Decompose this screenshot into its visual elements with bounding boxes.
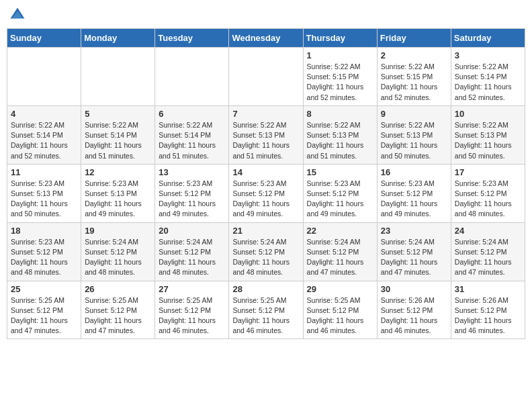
calendar-cell: 5Sunrise: 5:22 AM Sunset: 5:14 PM Daylig… (81, 105, 155, 164)
calendar-cell: 19Sunrise: 5:24 AM Sunset: 5:12 PM Dayli… (81, 222, 155, 281)
day-info: Sunrise: 5:22 AM Sunset: 5:14 PM Dayligh… (455, 62, 521, 103)
day-number: 23 (381, 226, 447, 236)
day-number: 13 (159, 167, 225, 177)
week-row-4: 18Sunrise: 5:23 AM Sunset: 5:12 PM Dayli… (7, 222, 525, 281)
header-wednesday: Wednesday (229, 29, 303, 48)
day-number: 10 (455, 109, 521, 119)
calendar-cell: 7Sunrise: 5:22 AM Sunset: 5:13 PM Daylig… (229, 105, 303, 164)
calendar-cell: 12Sunrise: 5:23 AM Sunset: 5:13 PM Dayli… (81, 164, 155, 222)
day-info: Sunrise: 5:25 AM Sunset: 5:12 PM Dayligh… (232, 295, 299, 336)
day-number: 24 (455, 226, 521, 236)
day-info: Sunrise: 5:26 AM Sunset: 5:12 PM Dayligh… (455, 295, 521, 336)
calendar-cell (229, 48, 303, 106)
day-info: Sunrise: 5:23 AM Sunset: 5:13 PM Dayligh… (11, 179, 77, 220)
calendar: SundayMondayTuesdayWednesdayThursdayFrid… (7, 28, 525, 339)
day-info: Sunrise: 5:23 AM Sunset: 5:12 PM Dayligh… (307, 179, 373, 220)
calendar-cell: 10Sunrise: 5:22 AM Sunset: 5:13 PM Dayli… (451, 105, 525, 164)
day-info: Sunrise: 5:22 AM Sunset: 5:13 PM Dayligh… (232, 120, 299, 161)
calendar-cell (7, 48, 81, 106)
calendar-cell: 17Sunrise: 5:23 AM Sunset: 5:12 PM Dayli… (451, 164, 525, 222)
day-number: 17 (455, 167, 521, 177)
day-number: 9 (381, 109, 447, 119)
calendar-cell: 21Sunrise: 5:24 AM Sunset: 5:12 PM Dayli… (229, 222, 303, 281)
day-number: 27 (159, 284, 225, 294)
header (7, 7, 525, 23)
calendar-cell: 4Sunrise: 5:22 AM Sunset: 5:14 PM Daylig… (7, 105, 81, 164)
day-number: 26 (85, 284, 151, 294)
day-number: 7 (232, 109, 299, 119)
day-info: Sunrise: 5:24 AM Sunset: 5:12 PM Dayligh… (159, 237, 225, 278)
calendar-cell: 25Sunrise: 5:25 AM Sunset: 5:12 PM Dayli… (7, 281, 81, 339)
day-number: 25 (11, 284, 77, 294)
calendar-cell: 14Sunrise: 5:23 AM Sunset: 5:12 PM Dayli… (229, 164, 303, 222)
day-number: 4 (11, 109, 77, 119)
day-number: 5 (85, 109, 151, 119)
week-row-1: 1Sunrise: 5:22 AM Sunset: 5:15 PM Daylig… (7, 48, 525, 106)
day-info: Sunrise: 5:22 AM Sunset: 5:13 PM Dayligh… (455, 120, 521, 161)
day-number: 16 (381, 167, 447, 177)
day-info: Sunrise: 5:22 AM Sunset: 5:14 PM Dayligh… (85, 120, 151, 161)
day-info: Sunrise: 5:24 AM Sunset: 5:12 PM Dayligh… (307, 237, 373, 278)
day-number: 18 (11, 226, 77, 236)
calendar-cell: 26Sunrise: 5:25 AM Sunset: 5:12 PM Dayli… (81, 281, 155, 339)
day-info: Sunrise: 5:25 AM Sunset: 5:12 PM Dayligh… (159, 295, 225, 336)
day-info: Sunrise: 5:23 AM Sunset: 5:12 PM Dayligh… (455, 179, 521, 220)
calendar-cell: 6Sunrise: 5:22 AM Sunset: 5:14 PM Daylig… (155, 105, 229, 164)
day-number: 19 (85, 226, 151, 236)
day-number: 1 (307, 50, 373, 60)
week-row-2: 4Sunrise: 5:22 AM Sunset: 5:14 PM Daylig… (7, 105, 525, 164)
day-number: 14 (232, 167, 299, 177)
day-info: Sunrise: 5:25 AM Sunset: 5:12 PM Dayligh… (11, 295, 77, 336)
day-info: Sunrise: 5:24 AM Sunset: 5:12 PM Dayligh… (85, 237, 151, 278)
day-info: Sunrise: 5:24 AM Sunset: 5:12 PM Dayligh… (455, 237, 521, 278)
day-number: 21 (232, 226, 299, 236)
day-number: 8 (307, 109, 373, 119)
day-number: 29 (307, 284, 373, 294)
header-friday: Friday (377, 29, 451, 48)
calendar-cell: 24Sunrise: 5:24 AM Sunset: 5:12 PM Dayli… (451, 222, 525, 281)
calendar-cell: 3Sunrise: 5:22 AM Sunset: 5:14 PM Daylig… (451, 48, 525, 106)
calendar-cell: 22Sunrise: 5:24 AM Sunset: 5:12 PM Dayli… (303, 222, 377, 281)
day-number: 28 (232, 284, 299, 294)
calendar-cell: 15Sunrise: 5:23 AM Sunset: 5:12 PM Dayli… (303, 164, 377, 222)
day-info: Sunrise: 5:23 AM Sunset: 5:12 PM Dayligh… (381, 179, 447, 220)
day-number: 12 (85, 167, 151, 177)
logo-icon (9, 7, 26, 23)
calendar-cell: 29Sunrise: 5:25 AM Sunset: 5:12 PM Dayli… (303, 281, 377, 339)
day-info: Sunrise: 5:22 AM Sunset: 5:15 PM Dayligh… (381, 62, 447, 103)
calendar-header-row: SundayMondayTuesdayWednesdayThursdayFrid… (7, 29, 525, 48)
calendar-cell (81, 48, 155, 106)
day-info: Sunrise: 5:23 AM Sunset: 5:12 PM Dayligh… (11, 237, 77, 278)
day-number: 11 (11, 167, 77, 177)
day-number: 2 (381, 50, 447, 60)
day-info: Sunrise: 5:25 AM Sunset: 5:12 PM Dayligh… (85, 295, 151, 336)
calendar-cell: 28Sunrise: 5:25 AM Sunset: 5:12 PM Dayli… (229, 281, 303, 339)
calendar-cell (155, 48, 229, 106)
calendar-cell: 11Sunrise: 5:23 AM Sunset: 5:13 PM Dayli… (7, 164, 81, 222)
day-info: Sunrise: 5:23 AM Sunset: 5:12 PM Dayligh… (232, 179, 299, 220)
calendar-cell: 2Sunrise: 5:22 AM Sunset: 5:15 PM Daylig… (377, 48, 451, 106)
week-row-5: 25Sunrise: 5:25 AM Sunset: 5:12 PM Dayli… (7, 281, 525, 339)
day-info: Sunrise: 5:23 AM Sunset: 5:12 PM Dayligh… (159, 179, 225, 220)
header-monday: Monday (81, 29, 155, 48)
day-info: Sunrise: 5:22 AM Sunset: 5:14 PM Dayligh… (11, 120, 77, 161)
day-info: Sunrise: 5:24 AM Sunset: 5:12 PM Dayligh… (232, 237, 299, 278)
day-info: Sunrise: 5:22 AM Sunset: 5:15 PM Dayligh… (307, 62, 373, 103)
calendar-cell: 8Sunrise: 5:22 AM Sunset: 5:13 PM Daylig… (303, 105, 377, 164)
header-thursday: Thursday (303, 29, 377, 48)
day-number: 3 (455, 50, 521, 60)
calendar-cell: 31Sunrise: 5:26 AM Sunset: 5:12 PM Dayli… (451, 281, 525, 339)
day-info: Sunrise: 5:22 AM Sunset: 5:14 PM Dayligh… (159, 120, 225, 161)
day-info: Sunrise: 5:25 AM Sunset: 5:12 PM Dayligh… (307, 295, 373, 336)
header-sunday: Sunday (7, 29, 81, 48)
logo (9, 7, 28, 23)
day-info: Sunrise: 5:24 AM Sunset: 5:12 PM Dayligh… (381, 237, 447, 278)
calendar-cell: 18Sunrise: 5:23 AM Sunset: 5:12 PM Dayli… (7, 222, 81, 281)
day-number: 15 (307, 167, 373, 177)
calendar-cell: 27Sunrise: 5:25 AM Sunset: 5:12 PM Dayli… (155, 281, 229, 339)
day-number: 31 (455, 284, 521, 294)
calendar-cell: 9Sunrise: 5:22 AM Sunset: 5:13 PM Daylig… (377, 105, 451, 164)
week-row-3: 11Sunrise: 5:23 AM Sunset: 5:13 PM Dayli… (7, 164, 525, 222)
header-saturday: Saturday (451, 29, 525, 48)
day-info: Sunrise: 5:23 AM Sunset: 5:13 PM Dayligh… (85, 179, 151, 220)
